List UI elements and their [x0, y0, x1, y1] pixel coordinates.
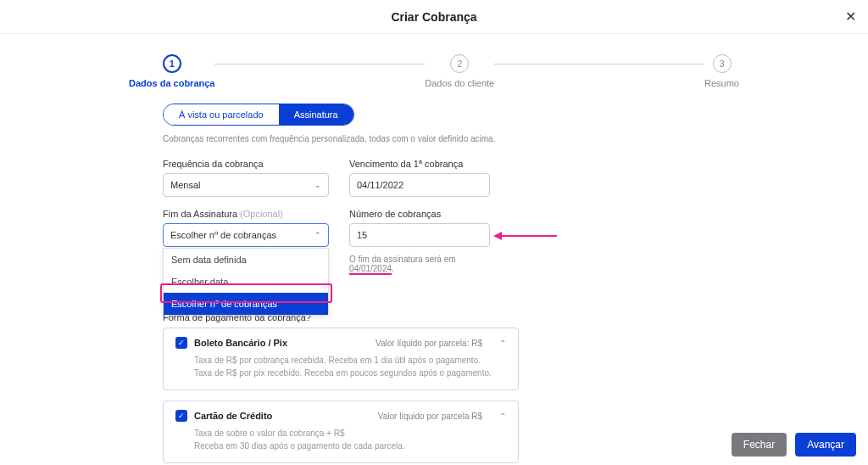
fim-assinatura-hint: O fim da assinatura será em 04/01/2024. [349, 255, 490, 273]
modal-header: Criar Cobrança ✕ [0, 0, 868, 34]
fim-assinatura-dropdown: Sem data definida Escolher data Escolher… [163, 248, 329, 316]
boleto-pix-valor-label: Valor líquido por parcela: R$ [376, 339, 482, 348]
step-2[interactable]: 2 Dados do cliente [425, 54, 494, 88]
chevron-down-icon: ⌄ [314, 181, 321, 189]
payment-boleto-pix[interactable]: ✓ Boleto Bancário / Pix Valor líquido po… [163, 328, 519, 390]
numero-cobrancas-label: Número de cobranças [349, 209, 490, 219]
frequencia-label: Frequência da cobrança [163, 159, 329, 169]
modal-title: Criar Cobrança [391, 10, 476, 24]
numero-cobrancas-field: Número de cobranças 15 O fim da assinatu… [349, 209, 490, 273]
cartao-valor-label: Valor líquido por parcela R$ [378, 412, 482, 421]
fim-assinatura-label: Fim da Assinatura (Opcional) [163, 209, 329, 219]
stepper-line [214, 64, 425, 64]
form-content: À vista ou parcelado Assinatura Cobrança… [129, 104, 739, 463]
boleto-pix-title: Boleto Bancário / Pix [194, 338, 287, 348]
step-3-label: Resumo [704, 78, 739, 88]
vencimento-label: Vencimento da 1ª cobrança [349, 159, 490, 169]
numero-cobrancas-input[interactable]: 15 [349, 223, 490, 247]
frequencia-select[interactable]: Mensal ⌄ [163, 173, 329, 197]
avancar-button[interactable]: Avançar [795, 433, 856, 457]
step-2-label: Dados do cliente [425, 78, 494, 88]
annotation-arrow [493, 235, 557, 238]
step-2-number: 2 [450, 54, 469, 73]
chevron-up-icon[interactable]: ⌃ [499, 339, 506, 348]
step-1-number: 1 [163, 54, 181, 73]
tab-avista[interactable]: À vista ou parcelado [164, 104, 279, 125]
numero-cobrancas-value: 15 [357, 230, 367, 240]
fim-assinatura-field: Fim da Assinatura (Opcional) Escolher nº… [163, 209, 329, 273]
dd-option-sem-data[interactable]: Sem data definida [164, 249, 328, 271]
step-1[interactable]: 1 Dados da cobrança [129, 54, 214, 88]
fechar-button[interactable]: Fechar [732, 433, 787, 457]
step-1-label: Dados da cobrança [129, 78, 214, 88]
cartao-checkbox[interactable]: ✓ [175, 410, 187, 422]
frequencia-value: Mensal [170, 180, 200, 190]
fim-assinatura-value: Escolher nº de cobranças [170, 230, 276, 240]
payment-mode-tabs: À vista ou parcelado Assinatura [163, 104, 354, 126]
boleto-pix-body: Taxa de R$ por cobrança recebida. Receba… [175, 354, 506, 379]
fim-assinatura-select[interactable]: Escolher nº de cobranças ⌃ [163, 223, 329, 247]
step-3[interactable]: 3 Resumo [704, 54, 739, 88]
vencimento-field: Vencimento da 1ª cobrança 04/11/2022 [349, 159, 490, 197]
tab-assinatura[interactable]: Assinatura [279, 104, 353, 125]
vencimento-input[interactable]: 04/11/2022 [349, 173, 490, 197]
footer-actions: Fechar Avançar [0, 424, 868, 465]
chevron-up-icon: ⌃ [314, 231, 321, 239]
stepper-line [494, 64, 704, 64]
boleto-pix-checkbox[interactable]: ✓ [175, 337, 187, 349]
stepper: 1 Dados da cobrança 2 Dados do cliente 3… [129, 34, 739, 98]
cartao-title: Cartão de Crédito [194, 411, 272, 421]
dd-option-escolher-numero[interactable]: Escolher nº de cobranças [164, 293, 328, 315]
chevron-up-icon[interactable]: ⌃ [499, 412, 506, 421]
close-icon[interactable]: ✕ [845, 8, 856, 25]
tab-helper-text: Cobranças recorrentes com frequência per… [163, 134, 705, 143]
dd-option-escolher-data[interactable]: Escolher data [164, 271, 328, 293]
frequencia-field: Frequência da cobrança Mensal ⌄ [163, 159, 329, 197]
step-3-number: 3 [713, 54, 732, 73]
vencimento-value: 04/11/2022 [357, 180, 403, 190]
